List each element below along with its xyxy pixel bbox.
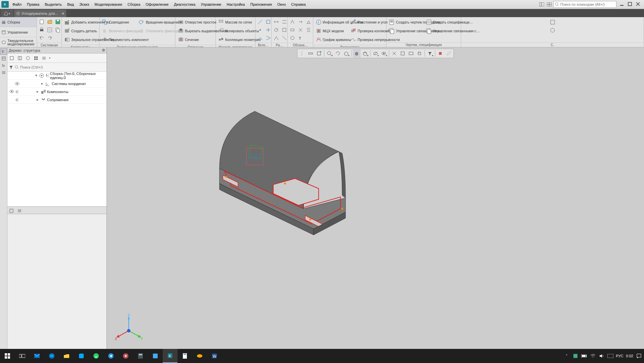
strip-props-button[interactable] <box>0 55 7 62</box>
expand-icon[interactable]: ▸ <box>36 97 40 102</box>
tree-root[interactable]: ▾ (-) Сборка (Тел-0, Сборочных единиц-0 <box>7 72 107 80</box>
strip-tree-button[interactable] <box>0 48 7 55</box>
dim1-button[interactable] <box>273 18 280 26</box>
vt-f3[interactable] <box>407 49 415 57</box>
file-tab-close[interactable]: × <box>62 11 64 15</box>
in-icon[interactable]: ∈ <box>15 90 19 94</box>
tree-tb3[interactable] <box>24 54 32 62</box>
menu-apps[interactable]: Приложения <box>248 1 274 8</box>
axis-gizmo[interactable]: Z Y X <box>114 314 144 344</box>
fix-off-button[interactable]: Отключить фиксацию <box>137 27 174 35</box>
info-button[interactable]: iИнформация об объекте <box>314 18 349 26</box>
vt-wireframe[interactable] <box>361 49 369 57</box>
vt-hide[interactable] <box>371 49 379 57</box>
strip-layers-button[interactable] <box>0 69 7 76</box>
not1-button[interactable] <box>289 18 296 26</box>
tray-wifi[interactable] <box>590 353 596 359</box>
menu-select[interactable]: Выделить <box>42 1 64 8</box>
add-component-button[interactable]: +Добавить компонент из… <box>63 18 98 26</box>
tree-item-mates[interactable]: ∈ ▸ Сопряжения <box>7 96 107 104</box>
tree-search[interactable] <box>7 63 107 72</box>
vt-f4[interactable] <box>415 49 424 57</box>
menu-settings[interactable]: Настройка <box>224 1 247 8</box>
continuity-button[interactable]: Проверка непрерывности <box>349 36 385 44</box>
tb-app3[interactable] <box>177 349 192 363</box>
tbtab2-button[interactable] <box>16 207 23 214</box>
dim6-button[interactable] <box>281 34 288 42</box>
fix-on-button[interactable]: Включить фиксацию <box>100 27 137 35</box>
menu-diagnostics[interactable]: Диагностика <box>172 1 198 8</box>
vt-shade[interactable] <box>353 49 361 57</box>
tbtab1-button[interactable] <box>8 207 15 214</box>
menu-edit[interactable]: Правка <box>25 1 42 8</box>
not6-button[interactable] <box>305 18 312 26</box>
tb-explorer[interactable] <box>59 349 74 363</box>
cut-extrude-button[interactable]: Вырезать выдавливанием <box>176 27 214 35</box>
close-button[interactable] <box>636 2 641 7</box>
menu-assembly[interactable]: Сборка <box>125 1 143 8</box>
aux1-button[interactable] <box>256 18 264 26</box>
preview-button[interactable] <box>46 26 53 34</box>
menu-modeling[interactable]: Моделирование <box>92 1 124 8</box>
menu-manage[interactable]: Управление <box>198 1 224 8</box>
menu-design[interactable]: Оформление <box>143 1 171 8</box>
not4-button[interactable] <box>297 18 304 26</box>
side-cmd-solid[interactable]: Твердотельное моделирование <box>0 37 37 47</box>
section-button[interactable]: Сечение <box>176 36 214 44</box>
tray-time[interactable]: 0:02 <box>626 354 633 358</box>
vt-f1[interactable] <box>390 49 398 57</box>
dim3-button[interactable] <box>273 34 280 42</box>
tb-mail[interactable] <box>30 349 44 363</box>
tree-tb5[interactable] <box>40 54 48 62</box>
save-button[interactable] <box>54 18 62 26</box>
text-button[interactable]: T <box>297 34 304 42</box>
vt-zoom[interactable] <box>325 49 333 57</box>
eye-icon[interactable] <box>15 82 19 85</box>
tb-calc[interactable] <box>133 349 148 363</box>
menu-file[interactable]: Файл <box>10 1 24 8</box>
not5-button[interactable] <box>297 26 304 34</box>
eye-icon[interactable] <box>9 90 14 93</box>
create-drawing-button[interactable]: Создать чертеж по модели <box>388 18 424 26</box>
viewport[interactable]: Z Y X <box>107 47 644 349</box>
not7-button[interactable] <box>305 26 312 34</box>
geometry-collection-button[interactable]: Коллекция геометрии <box>217 36 254 44</box>
tree-settings-icon[interactable]: ⚙ <box>102 48 105 52</box>
manage-specs-button[interactable]: Управление связанными с… <box>425 27 460 35</box>
tb-app1[interactable] <box>74 349 89 363</box>
menu-window[interactable]: Окно <box>275 1 288 8</box>
vt-stop[interactable] <box>436 49 444 57</box>
aux4-button[interactable] <box>265 18 272 26</box>
menu-help[interactable]: Справка <box>289 1 308 8</box>
expand-icon[interactable]: ▸ <box>40 81 44 86</box>
tray-notifications[interactable] <box>636 353 642 359</box>
collapse-icon[interactable]: ▾ <box>34 73 38 78</box>
hole-button[interactable]: Отверстие простое <box>176 18 214 26</box>
command-search[interactable] <box>553 1 616 8</box>
mcx-button[interactable]: МЦХ модели <box>314 27 349 35</box>
tree-tb2[interactable] <box>16 54 24 62</box>
dim2-button[interactable] <box>273 26 280 34</box>
redo-button[interactable] <box>46 34 53 42</box>
tb-edge[interactable] <box>44 349 59 363</box>
tree-search-input[interactable] <box>20 65 105 69</box>
print-button[interactable] <box>38 26 45 34</box>
coincide-button[interactable]: Совпадение <box>100 18 137 26</box>
vt-orient[interactable] <box>342 49 350 57</box>
tb-chrome[interactable] <box>118 349 133 363</box>
rotate-button[interactable]: Вращение-вращение <box>137 18 174 26</box>
layout2-icon[interactable] <box>546 1 553 7</box>
curvature-button[interactable]: График кривизны <box>314 36 349 44</box>
file-tab[interactable]: Углодержатель для… × <box>14 10 66 17</box>
tray-keyboard[interactable] <box>607 353 613 359</box>
array-grid-button[interactable]: Массив по сетке <box>217 18 254 26</box>
not2-button[interactable] <box>289 26 296 34</box>
tb-kompas[interactable]: K <box>163 349 177 363</box>
tb-app4[interactable] <box>192 349 207 363</box>
mirror-button[interactable]: Зеркальное отражение ко… <box>63 36 98 44</box>
dim4-button[interactable] <box>281 18 288 26</box>
layout-icon[interactable] <box>538 1 545 7</box>
copy-button[interactable] <box>54 26 62 34</box>
manage-drawings-button[interactable]: Управление связанными ч… <box>388 27 424 35</box>
tb-app2[interactable] <box>148 349 163 363</box>
